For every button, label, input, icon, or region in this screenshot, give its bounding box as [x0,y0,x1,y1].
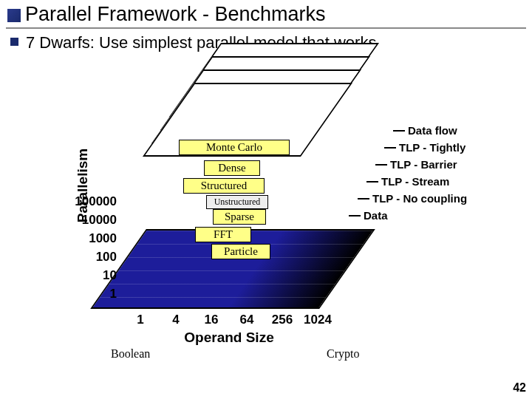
slide-logo-icon [7,9,21,22]
category-monte-carlo: Monte Carlo [179,140,290,155]
chart-3d: Parallelism 100000 10000 1000 100 10 1 1… [40,96,483,369]
slide-title: Parallel Framework - Benchmarks [25,3,326,26]
tick-icon [366,181,378,183]
tick-icon [358,198,369,200]
category-unstructured: Unstructured [206,195,268,209]
category-fft: FFT [195,227,251,242]
category-sparse: Sparse [213,209,266,225]
y-axis-ticks: 100000 10000 1000 100 10 1 [71,192,117,303]
annotation-crypto: Crypto [327,347,359,361]
category-dense: Dense [204,160,260,176]
category-structured: Structured [183,178,265,194]
tick-icon [349,215,361,216]
bullet-icon [10,38,18,46]
x-axis-label: Operand Size [118,330,340,346]
depth-axis-labels: Data flow TLP - Tightly TLP - Barrier TL… [349,124,467,226]
tick-icon [393,130,405,132]
slide-number: 42 [513,381,526,395]
tick-icon [375,164,387,166]
annotation-boolean: Boolean [111,347,150,361]
tick-icon [384,147,396,149]
category-particle: Particle [211,244,270,259]
x-axis-ticks: 1 4 16 64 256 1024 [123,313,335,327]
